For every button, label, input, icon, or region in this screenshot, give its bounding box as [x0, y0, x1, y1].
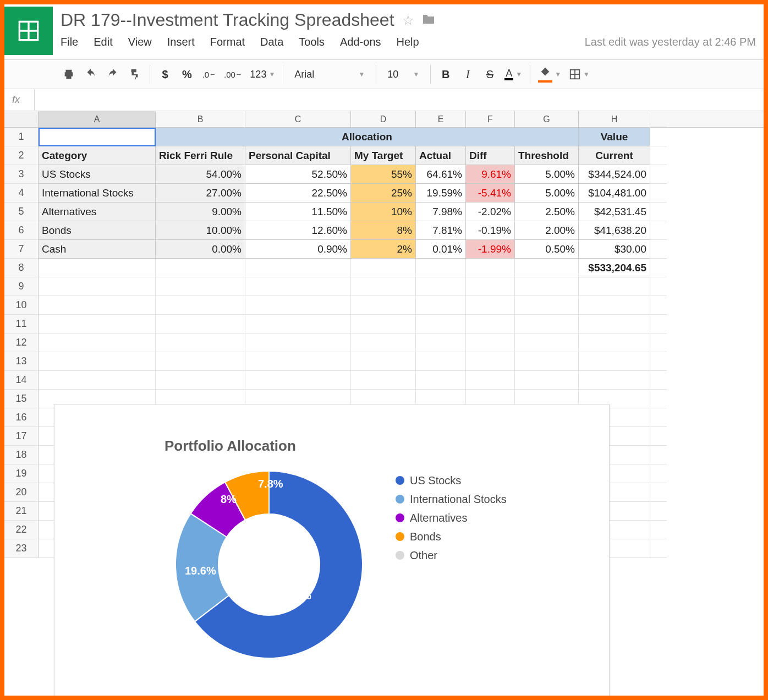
cell-H11[interactable]	[579, 315, 650, 333]
col-header-G[interactable]: G	[515, 111, 579, 127]
cell-F3[interactable]: 9.61%	[466, 165, 515, 184]
menu-file[interactable]: File	[61, 36, 78, 48]
cell-H3[interactable]: $344,524.00	[579, 165, 650, 184]
cell-D7[interactable]: 2%	[351, 240, 416, 259]
cell-E14[interactable]	[416, 371, 466, 390]
cell-F13[interactable]	[466, 352, 515, 371]
cell-A13[interactable]	[39, 352, 156, 371]
col-header-A[interactable]: A	[39, 111, 156, 127]
cell-A8[interactable]	[39, 259, 156, 277]
menu-edit[interactable]: Edit	[94, 36, 112, 48]
cell-C4[interactable]: 22.50%	[245, 184, 351, 203]
col-header-B[interactable]: B	[156, 111, 245, 127]
cell-D13[interactable]	[351, 352, 416, 371]
cell-G8[interactable]	[515, 259, 579, 277]
last-edit-text[interactable]: Last edit was yesterday at 2:46 PM	[585, 36, 764, 48]
cell-allocation-header[interactable]: Allocation	[156, 128, 579, 146]
cell-B9[interactable]	[156, 277, 245, 296]
cell-E9[interactable]	[416, 277, 466, 296]
cell-G11[interactable]	[515, 315, 579, 333]
menu-addons[interactable]: Add-ons	[340, 36, 381, 48]
row-header-23[interactable]: 23	[4, 539, 39, 558]
cell-B5[interactable]: 9.00%	[156, 203, 245, 221]
menu-insert[interactable]: Insert	[167, 36, 195, 48]
cell-A14[interactable]	[39, 371, 156, 390]
row-header-2[interactable]: 2	[4, 146, 39, 165]
cell-C6[interactable]: 12.60%	[245, 221, 351, 240]
cell-A9[interactable]	[39, 277, 156, 296]
print-icon[interactable]	[62, 65, 76, 84]
increase-decimal-icon[interactable]: .00→	[224, 65, 242, 84]
menu-view[interactable]: View	[128, 36, 152, 48]
cell-B11[interactable]	[156, 315, 245, 333]
redo-icon[interactable]	[106, 65, 120, 84]
cell-E2[interactable]: Actual	[416, 146, 466, 165]
row-header-17[interactable]: 17	[4, 427, 39, 446]
cell-A10[interactable]	[39, 296, 156, 315]
cell-G2[interactable]: Threshold	[515, 146, 579, 165]
cell-G4[interactable]: 5.00%	[515, 184, 579, 203]
cell-C3[interactable]: 52.50%	[245, 165, 351, 184]
cell-F12[interactable]	[466, 333, 515, 352]
row-header-18[interactable]: 18	[4, 446, 39, 464]
cell-E7[interactable]: 0.01%	[416, 240, 466, 259]
cell-B2[interactable]: Rick Ferri Rule	[156, 146, 245, 165]
chart-portfolio-allocation[interactable]: Portfolio Allocation 64.6% 19.6% 8% 7.8%…	[54, 404, 610, 700]
cell-B8[interactable]	[156, 259, 245, 277]
cell-B3[interactable]: 54.00%	[156, 165, 245, 184]
cell-E6[interactable]: 7.81%	[416, 221, 466, 240]
cell-A7[interactable]: Cash	[39, 240, 156, 259]
sheets-app-icon[interactable]	[4, 7, 53, 55]
row-header-9[interactable]: 9	[4, 277, 39, 296]
cell-C10[interactable]	[245, 296, 351, 315]
cell-F7[interactable]: -1.99%	[466, 240, 515, 259]
row-header-19[interactable]: 19	[4, 464, 39, 483]
cell-E5[interactable]: 7.98%	[416, 203, 466, 221]
menu-data[interactable]: Data	[260, 36, 283, 48]
cell-E3[interactable]: 64.61%	[416, 165, 466, 184]
row-header-5[interactable]: 5	[4, 203, 39, 221]
text-color-button[interactable]: A▼	[504, 65, 522, 84]
cell-B6[interactable]: 10.00%	[156, 221, 245, 240]
cell-H12[interactable]	[579, 333, 650, 352]
row-header-15[interactable]: 15	[4, 390, 39, 408]
cell-F8[interactable]	[466, 259, 515, 277]
cell-A3[interactable]: US Stocks	[39, 165, 156, 184]
cell-C5[interactable]: 11.50%	[245, 203, 351, 221]
font-family-select[interactable]: Arial▼	[291, 69, 368, 80]
cell-G10[interactable]	[515, 296, 579, 315]
cell-E8[interactable]	[416, 259, 466, 277]
cell-B12[interactable]	[156, 333, 245, 352]
col-header-F[interactable]: F	[466, 111, 515, 127]
formula-input[interactable]	[34, 89, 764, 111]
format-percent[interactable]: %	[180, 65, 194, 84]
row-header-1[interactable]: 1	[4, 128, 39, 146]
cell-D14[interactable]	[351, 371, 416, 390]
cell-D9[interactable]	[351, 277, 416, 296]
cell-A4[interactable]: International Stocks	[39, 184, 156, 203]
bold-button[interactable]: B	[438, 65, 453, 84]
borders-button[interactable]: ▼	[569, 65, 590, 84]
cell-F6[interactable]: -0.19%	[466, 221, 515, 240]
cell-E13[interactable]	[416, 352, 466, 371]
cell-F5[interactable]: -2.02%	[466, 203, 515, 221]
select-all-corner[interactable]	[4, 111, 39, 127]
cell-G9[interactable]	[515, 277, 579, 296]
cell-A2[interactable]: Category	[39, 146, 156, 165]
row-header-3[interactable]: 3	[4, 165, 39, 184]
italic-button[interactable]: I	[460, 65, 475, 84]
cell-B13[interactable]	[156, 352, 245, 371]
cell-G3[interactable]: 5.00%	[515, 165, 579, 184]
cell-C8[interactable]	[245, 259, 351, 277]
cell-E11[interactable]	[416, 315, 466, 333]
cell-F14[interactable]	[466, 371, 515, 390]
row-header-8[interactable]: 8	[4, 259, 39, 277]
cell-A5[interactable]: Alternatives	[39, 203, 156, 221]
cell-F10[interactable]	[466, 296, 515, 315]
cell-B10[interactable]	[156, 296, 245, 315]
undo-icon[interactable]	[84, 65, 98, 84]
cell-H13[interactable]	[579, 352, 650, 371]
cell-C13[interactable]	[245, 352, 351, 371]
cell-C2[interactable]: Personal Capital	[245, 146, 351, 165]
col-header-H[interactable]: H	[579, 111, 650, 127]
